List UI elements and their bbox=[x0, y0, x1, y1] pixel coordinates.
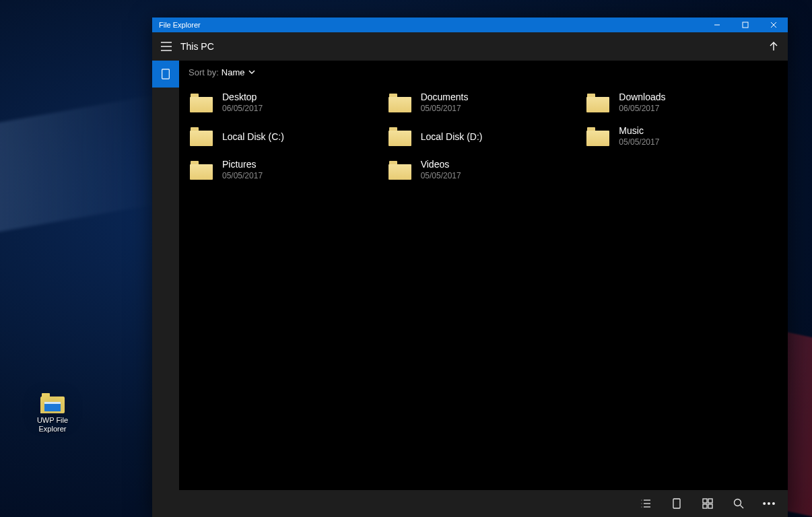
details-list-icon bbox=[640, 497, 652, 510]
folder-name: Desktop bbox=[222, 92, 263, 103]
folder-name: Downloads bbox=[619, 92, 665, 103]
up-arrow-icon bbox=[768, 41, 779, 52]
svg-rect-16 bbox=[703, 499, 707, 503]
close-button[interactable] bbox=[759, 18, 788, 32]
sort-by-control[interactable]: Sort by: Name bbox=[179, 61, 788, 83]
svg-rect-19 bbox=[708, 504, 712, 508]
minimize-icon bbox=[714, 22, 720, 28]
titlebar[interactable]: File Explorer bbox=[152, 18, 788, 32]
folder-icon bbox=[388, 127, 411, 146]
folder-name: Pictures bbox=[222, 159, 263, 170]
folder-item[interactable]: Local Disk (C:) bbox=[187, 120, 383, 153]
folder-icon bbox=[388, 161, 411, 180]
folder-date: 06/05/2017 bbox=[222, 103, 263, 114]
details-view-button[interactable] bbox=[630, 490, 661, 517]
file-explorer-icon: ↗ bbox=[40, 393, 65, 413]
tiles-view-button[interactable] bbox=[661, 490, 692, 517]
folder-item[interactable]: Videos05/05/2017 bbox=[386, 153, 582, 187]
svg-line-21 bbox=[741, 506, 744, 509]
maximize-button[interactable] bbox=[731, 18, 759, 32]
location-title: This PC bbox=[180, 41, 214, 52]
minimize-button[interactable] bbox=[703, 18, 731, 32]
folder-date: 05/05/2017 bbox=[421, 103, 469, 114]
folder-name: Local Disk (C:) bbox=[222, 131, 284, 143]
sidebar bbox=[152, 61, 179, 490]
svg-rect-17 bbox=[708, 499, 712, 503]
chevron-down-icon bbox=[248, 69, 255, 75]
folder-icon bbox=[190, 127, 213, 146]
grid-view-button[interactable] bbox=[692, 490, 723, 517]
up-button[interactable] bbox=[759, 32, 788, 61]
content-area: Sort by: Name Desktop06/05/2017Documents… bbox=[179, 61, 788, 490]
hamburger-button[interactable] bbox=[152, 32, 180, 61]
svg-point-9 bbox=[642, 500, 642, 501]
hamburger-icon bbox=[160, 42, 172, 51]
sidebar-device-button[interactable] bbox=[152, 61, 179, 88]
svg-rect-15 bbox=[673, 499, 680, 508]
svg-rect-1 bbox=[743, 22, 748, 28]
grid-icon bbox=[702, 497, 714, 510]
folder-icon bbox=[388, 94, 411, 112]
close-icon bbox=[770, 22, 777, 28]
folder-icon bbox=[190, 94, 213, 112]
tablet-icon bbox=[161, 69, 170, 79]
folder-date: 05/05/2017 bbox=[222, 170, 263, 182]
sort-by-value: Name bbox=[222, 67, 245, 77]
search-button[interactable] bbox=[723, 490, 754, 517]
footer-bar: ••• bbox=[152, 490, 788, 517]
folder-name: Videos bbox=[421, 159, 461, 170]
sort-by-label: Sort by: bbox=[189, 67, 219, 77]
folder-item[interactable]: Desktop06/05/2017 bbox=[187, 86, 383, 120]
svg-point-13 bbox=[642, 507, 642, 508]
folder-item[interactable]: Music05/05/2017 bbox=[584, 120, 780, 153]
folder-item[interactable]: Documents05/05/2017 bbox=[386, 86, 582, 120]
folder-item[interactable]: Downloads06/05/2017 bbox=[584, 86, 780, 120]
window-title: File Explorer bbox=[152, 21, 703, 29]
desktop-shortcut-label: UWP File Explorer bbox=[37, 416, 68, 434]
folder-date: 05/05/2017 bbox=[421, 170, 461, 182]
svg-point-11 bbox=[642, 504, 642, 504]
file-explorer-window: File Explorer This PC Sort by: bbox=[152, 18, 788, 517]
folder-date: 05/05/2017 bbox=[619, 137, 659, 148]
svg-point-20 bbox=[735, 499, 741, 506]
folder-date: 06/05/2017 bbox=[619, 103, 665, 114]
folder-name: Local Disk (D:) bbox=[421, 131, 483, 143]
more-button[interactable]: ••• bbox=[754, 490, 785, 517]
svg-rect-18 bbox=[703, 504, 707, 508]
folder-icon bbox=[586, 94, 609, 112]
svg-rect-8 bbox=[162, 69, 170, 79]
desktop-shortcut-uwp-file-explorer[interactable]: ↗ UWP File Explorer bbox=[26, 393, 79, 434]
folder-name: Music bbox=[619, 125, 659, 137]
item-grid: Desktop06/05/2017Documents05/05/2017Down… bbox=[179, 83, 788, 490]
maximize-icon bbox=[742, 22, 749, 28]
header-bar: This PC bbox=[152, 32, 788, 61]
folder-icon bbox=[190, 161, 213, 180]
folder-icon bbox=[586, 127, 609, 146]
folder-item[interactable]: Pictures05/05/2017 bbox=[187, 153, 383, 187]
folder-name: Documents bbox=[421, 92, 469, 103]
search-icon bbox=[733, 497, 745, 510]
folder-item[interactable]: Local Disk (D:) bbox=[386, 120, 582, 153]
ellipsis-icon: ••• bbox=[763, 498, 777, 509]
portrait-rect-icon bbox=[671, 497, 683, 510]
